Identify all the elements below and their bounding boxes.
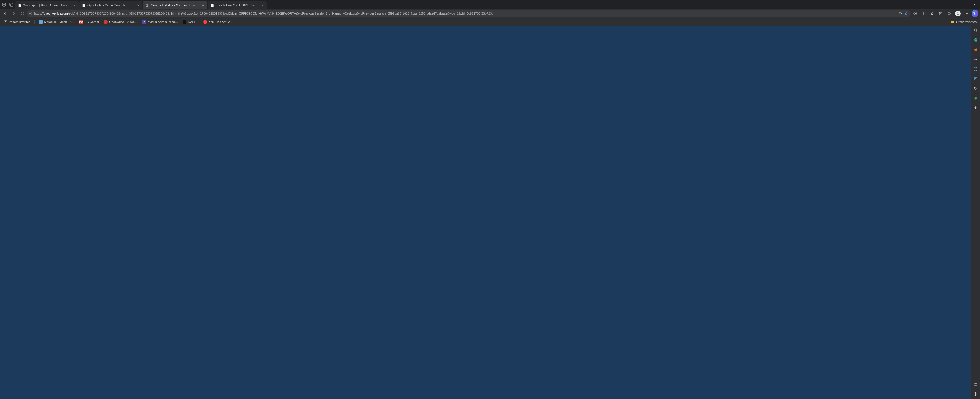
bookmark-label: OpenCritic - Video… bbox=[109, 20, 138, 24]
bookmark-melodice[interactable]: Melodice - Music Pl… bbox=[37, 19, 76, 24]
translate-icon[interactable] bbox=[899, 11, 902, 15]
bookmark-label: r/visualnovels Reco… bbox=[148, 20, 178, 24]
titlebar: 📄 Wyrmspan | Board Game | Boar… ✕ 📄 Open… bbox=[0, 0, 980, 9]
chat-icon[interactable] bbox=[973, 66, 978, 72]
svg-rect-33 bbox=[975, 383, 976, 384]
svg-point-27 bbox=[976, 68, 977, 69]
extensions-button[interactable] bbox=[945, 10, 953, 17]
other-favorites-button[interactable]: Other favorites bbox=[949, 19, 978, 24]
svg-point-22 bbox=[975, 59, 975, 60]
bookmark-label: DALL·E bbox=[188, 20, 199, 24]
edge-sidebar bbox=[971, 25, 980, 399]
history-button[interactable] bbox=[911, 10, 919, 17]
close-icon[interactable]: ✕ bbox=[261, 3, 264, 7]
edge-icon[interactable] bbox=[973, 37, 978, 43]
favorites-button[interactable] bbox=[928, 10, 936, 17]
svg-rect-6 bbox=[30, 13, 31, 14]
settings-icon[interactable] bbox=[973, 391, 978, 397]
address-bar[interactable]: https://onedrive.live.com/edit?id=3D9117… bbox=[27, 10, 910, 17]
url-scheme: https:// bbox=[34, 12, 44, 15]
bookmark-youtube-anti[interactable]: YouTube Anti-A… bbox=[202, 19, 235, 24]
svg-line-19 bbox=[976, 31, 977, 32]
address-bar-actions bbox=[899, 11, 908, 15]
collections-button[interactable] bbox=[937, 10, 945, 17]
tab-title: This Is How You DON'T Play… bbox=[216, 3, 259, 7]
new-tab-button[interactable]: ＋ bbox=[269, 1, 276, 8]
bookmark-visualnovels[interactable]: r r/visualnovels Reco… bbox=[141, 19, 180, 24]
svg-point-18 bbox=[974, 29, 976, 31]
site-info-icon[interactable] bbox=[29, 12, 32, 15]
bookmark-label: YouTube Anti-A… bbox=[209, 20, 234, 24]
url-text: https://onedrive.live.com/edit?id=3D9117… bbox=[34, 12, 897, 15]
folder-icon bbox=[951, 20, 955, 24]
svg-rect-3 bbox=[11, 4, 13, 6]
back-button[interactable] bbox=[1, 10, 9, 17]
svg-point-14 bbox=[965, 13, 966, 14]
bookmarks-right: Other favorites bbox=[949, 19, 978, 24]
svg-point-26 bbox=[975, 68, 976, 69]
tab-games-list[interactable]: ⌛ Games List.xlsx - Microsoft Exce… ✕ bbox=[143, 1, 208, 9]
svg-rect-5 bbox=[30, 13, 31, 13]
bookmark-opencritic[interactable]: OpenCritic - Video… bbox=[102, 19, 140, 24]
url-path: /edit?id=3D911738F338723B!10040&resid=3D… bbox=[68, 12, 494, 15]
toolbar-right bbox=[911, 10, 979, 17]
tab-wyrmspan[interactable]: 📄 Wyrmspan | Board Game | Boar… ✕ bbox=[15, 1, 79, 9]
maximize-button[interactable]: ▢ bbox=[957, 0, 969, 9]
minimize-button[interactable]: — bbox=[946, 0, 957, 9]
bookmark-pcgamer[interactable]: PC PC Gamer bbox=[77, 19, 101, 24]
svg-point-16 bbox=[967, 13, 968, 14]
avatar-icon bbox=[955, 11, 961, 16]
add-sidebar-button[interactable] bbox=[973, 105, 978, 111]
import-favorites-button[interactable]: Import favorites bbox=[2, 19, 32, 24]
page-content bbox=[0, 25, 980, 399]
tab-opencritic[interactable]: 📄 OpenCritic - Video Game Revie… ✕ bbox=[80, 1, 142, 9]
other-favorites-label: Other favorites bbox=[956, 20, 977, 24]
url-host: onedrive.live.com bbox=[44, 12, 68, 15]
svg-rect-32 bbox=[974, 384, 977, 386]
titlebar-left bbox=[0, 0, 15, 9]
split-screen-button[interactable] bbox=[920, 10, 928, 17]
forward-button[interactable] bbox=[10, 10, 18, 17]
toolbar: https://onedrive.live.com/edit?id=3D9117… bbox=[0, 9, 980, 17]
drop-icon[interactable] bbox=[973, 86, 978, 91]
favorite-star-icon[interactable] bbox=[904, 11, 908, 15]
more-button[interactable] bbox=[963, 10, 970, 17]
bookmark-label: Melodice - Music Pl… bbox=[44, 20, 74, 24]
close-icon[interactable]: ✕ bbox=[136, 3, 140, 7]
close-window-button[interactable]: ✕ bbox=[969, 0, 980, 9]
tab-this-is-how[interactable]: 📄 This Is How You DON'T Play… ✕ bbox=[208, 1, 267, 9]
bookmarks-bar: Import favorites Melodice - Music Pl… PC… bbox=[0, 17, 980, 25]
loading-icon: ⌛ bbox=[145, 3, 149, 7]
tab-actions-icon[interactable] bbox=[9, 2, 14, 7]
performance-icon[interactable] bbox=[973, 95, 978, 101]
profile-square-icon[interactable] bbox=[2, 2, 6, 7]
copilot-icon bbox=[972, 10, 978, 16]
bookmark-favicon: PC bbox=[79, 20, 83, 24]
svg-point-15 bbox=[966, 13, 967, 14]
bookmark-favicon: r bbox=[142, 20, 146, 24]
bookmark-label: PC Gamer bbox=[84, 20, 99, 24]
tab-strip: 📄 Wyrmspan | Board Game | Boar… ✕ 📄 Open… bbox=[15, 0, 946, 9]
page-icon: 📄 bbox=[210, 3, 214, 7]
import-icon bbox=[3, 20, 7, 24]
copilot-button[interactable] bbox=[971, 10, 979, 17]
search-icon[interactable] bbox=[973, 27, 978, 33]
tab-title: OpenCritic - Video Game Revie… bbox=[88, 3, 134, 7]
tools-icon[interactable] bbox=[973, 76, 978, 81]
profile-avatar[interactable] bbox=[954, 10, 962, 17]
stop-reload-button[interactable] bbox=[18, 10, 26, 17]
bookmark-dalle[interactable]: DALL·E bbox=[181, 19, 200, 24]
toolbox-icon[interactable] bbox=[973, 382, 978, 387]
svg-point-25 bbox=[975, 68, 975, 69]
bookmark-favicon bbox=[39, 20, 43, 24]
close-icon[interactable]: ✕ bbox=[201, 3, 205, 7]
svg-rect-21 bbox=[974, 59, 977, 60]
games-icon[interactable] bbox=[973, 56, 978, 62]
bookmark-favicon bbox=[203, 20, 207, 24]
svg-point-34 bbox=[975, 393, 976, 394]
bookmark-favicon bbox=[103, 20, 108, 24]
close-icon[interactable]: ✕ bbox=[73, 3, 76, 7]
shopping-icon[interactable] bbox=[973, 47, 978, 52]
svg-point-23 bbox=[976, 59, 977, 60]
page-icon: 📄 bbox=[18, 3, 22, 7]
